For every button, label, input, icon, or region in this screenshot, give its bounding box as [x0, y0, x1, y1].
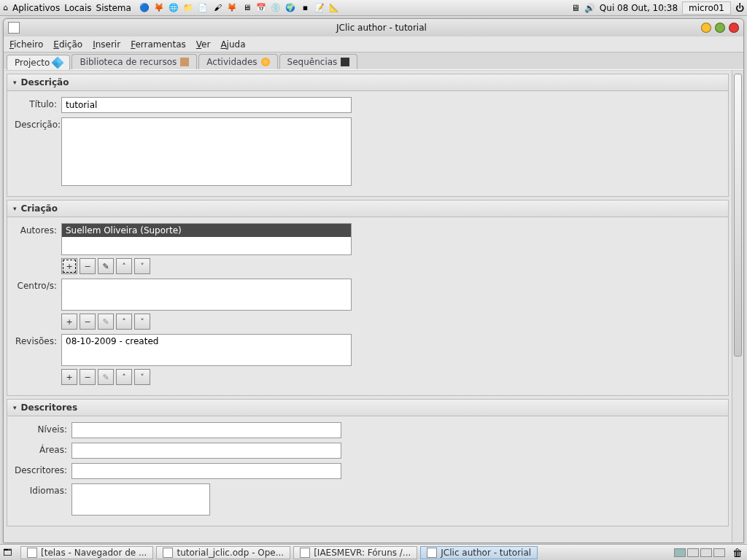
description-textarea[interactable] — [61, 117, 352, 186]
revisions-up-button[interactable]: ˄ — [116, 369, 132, 385]
gnome-top-panel: ⌂ Aplicativos Locais Sistema 🔵 🦊 🌐 📁 📄 🖌… — [0, 0, 747, 16]
section-descriptors: Descritores Níveis: Áreas: Descritores: — [7, 399, 729, 526]
jclic-icon — [427, 548, 437, 558]
section-header-descriptors[interactable]: Descritores — [7, 400, 728, 416]
authors-add-button[interactable]: + — [61, 258, 77, 274]
menubar: Ficheiro Edição Inserir Ferramentas Ver … — [4, 36, 743, 52]
gimp-icon[interactable]: 🦊 — [226, 1, 239, 14]
revisions-edit-button[interactable]: ✎ — [98, 369, 114, 385]
workspace-3[interactable] — [700, 548, 712, 557]
tab-project[interactable]: Projecto — [7, 55, 70, 70]
tab-activities[interactable]: Actividades — [198, 54, 277, 69]
workspace-1[interactable] — [674, 548, 686, 557]
folder-icon — [27, 548, 37, 558]
authors-down-button[interactable]: ˅ — [134, 258, 150, 274]
gnome-foot-icon[interactable]: ⌂ — [3, 3, 8, 12]
label-title: Título: — [15, 97, 61, 109]
app-window: JClic author - tutorial Ficheiro Edição … — [3, 18, 744, 543]
globe-icon[interactable]: 🌍 — [285, 1, 297, 14]
task-telas[interactable]: [telas - Navegador de ... — [20, 546, 153, 559]
workspace-4[interactable] — [713, 548, 725, 557]
label-languages: Idiomas: — [15, 483, 71, 496]
workspace-switcher[interactable] — [674, 548, 725, 557]
menu-tools[interactable]: Ferramentas — [131, 39, 186, 50]
disc-icon[interactable]: 💿 — [270, 1, 282, 14]
impress-icon — [163, 548, 173, 558]
launchers: 🔵 🦊 🌐 📁 📄 🖌 🦊 🖥 📅 💿 🌍 ▪ 📝 📐 — [139, 1, 341, 14]
monitor-icon[interactable]: 🖥 — [241, 1, 253, 14]
author-item[interactable]: Suellem Oliveira (Suporte) — [62, 224, 351, 237]
minimize-button[interactable] — [701, 23, 711, 33]
menu-places[interactable]: Locais — [64, 3, 91, 13]
note-icon[interactable]: 📝 — [314, 1, 326, 14]
scrollbar-thumb[interactable] — [734, 74, 742, 357]
menu-file[interactable]: Ficheiro — [9, 39, 43, 50]
centers-add-button[interactable]: + — [61, 314, 77, 330]
task-browser[interactable]: [IAESMEVR: Fóruns /... — [293, 546, 417, 559]
centers-listbox[interactable] — [61, 279, 352, 311]
descriptors-input[interactable] — [71, 463, 341, 479]
areas-input[interactable] — [71, 443, 341, 459]
show-desktop-icon[interactable]: 🗔 — [3, 548, 18, 558]
applet-icon[interactable]: 🖥 — [571, 3, 580, 13]
ruler-icon[interactable]: 📐 — [328, 1, 341, 14]
trash-icon[interactable]: 🗑 — [732, 547, 744, 559]
paint-icon[interactable]: 🖌 — [212, 1, 224, 14]
centers-down-button[interactable]: ˅ — [134, 314, 150, 330]
window-title: JClic author - tutorial — [20, 23, 743, 33]
menu-applications[interactable]: Aplicativos — [12, 3, 60, 13]
close-button[interactable] — [729, 23, 739, 33]
revisions-listbox[interactable]: 08-10-2009 - created — [61, 334, 352, 366]
revision-item[interactable]: 08-10-2009 - created — [62, 335, 351, 348]
authors-up-button[interactable]: ˄ — [116, 258, 132, 274]
authors-edit-button[interactable]: ✎ — [98, 258, 114, 274]
revisions-add-button[interactable]: + — [61, 369, 77, 385]
firefox-icon[interactable]: 🦊 — [153, 1, 166, 14]
menu-help[interactable]: Ajuda — [220, 39, 245, 50]
revisions-remove-button[interactable]: − — [80, 369, 96, 385]
label-levels: Níveis: — [15, 422, 71, 435]
volume-icon[interactable]: 🔊 — [584, 3, 595, 13]
user-switcher[interactable]: micro01 — [682, 1, 731, 15]
authors-listbox[interactable]: Suellem Oliveira (Suporte) — [61, 223, 352, 255]
maximize-button[interactable] — [715, 23, 725, 33]
package-icon — [180, 58, 189, 66]
browser-icon[interactable]: 🌐 — [168, 1, 180, 14]
section-creation: Criação Autores: Suellem Oliveira (Supor… — [7, 200, 729, 396]
workspace-2[interactable] — [687, 548, 699, 557]
tab-resources[interactable]: Biblioteca de recursos — [71, 54, 197, 69]
menu-edit[interactable]: Edição — [53, 39, 82, 50]
section-description: Descrição Título: Descrição: — [7, 74, 729, 197]
label-descriptors: Descritores: — [15, 463, 71, 475]
calendar-icon[interactable]: 📅 — [255, 1, 268, 14]
languages-listbox[interactable] — [71, 483, 210, 516]
task-jclic[interactable]: JClic author - tutorial — [420, 546, 538, 559]
levels-input[interactable] — [71, 422, 341, 438]
menu-view[interactable]: Ver — [196, 39, 211, 50]
section-header-description[interactable]: Descrição — [7, 74, 728, 91]
launcher-icon[interactable]: 🔵 — [139, 1, 151, 14]
terminal-icon[interactable]: ▪ — [299, 1, 311, 14]
label-authors: Autores: — [15, 223, 61, 236]
titlebar[interactable]: JClic author - tutorial — [4, 19, 743, 36]
section-header-creation[interactable]: Criação — [7, 201, 728, 217]
vertical-scrollbar[interactable] — [732, 71, 743, 542]
gnome-bottom-panel: 🗔 [telas - Navegador de ... tutorial_jcl… — [0, 544, 747, 560]
app-icon[interactable]: 📄 — [197, 1, 209, 14]
window-app-icon — [8, 22, 20, 34]
centers-remove-button[interactable]: − — [80, 314, 96, 330]
project-panel: Descrição Título: Descrição: Criação — [4, 71, 732, 542]
centers-edit-button[interactable]: ✎ — [98, 314, 114, 330]
tab-sequences[interactable]: Sequências — [279, 54, 358, 69]
authors-remove-button[interactable]: − — [80, 258, 96, 274]
sequence-icon — [341, 58, 349, 66]
menu-insert[interactable]: Inserir — [93, 39, 120, 50]
revisions-down-button[interactable]: ˅ — [134, 369, 150, 385]
title-input[interactable] — [61, 97, 352, 113]
menu-system[interactable]: Sistema — [96, 3, 131, 13]
folder-icon[interactable]: 📁 — [182, 1, 195, 14]
task-impress[interactable]: tutorial_jclic.odp - Ope... — [156, 546, 290, 559]
shutdown-icon[interactable]: ⏻ — [735, 3, 744, 13]
clock[interactable]: Qui 08 Out, 10:38 — [600, 3, 678, 13]
centers-up-button[interactable]: ˄ — [116, 314, 132, 330]
